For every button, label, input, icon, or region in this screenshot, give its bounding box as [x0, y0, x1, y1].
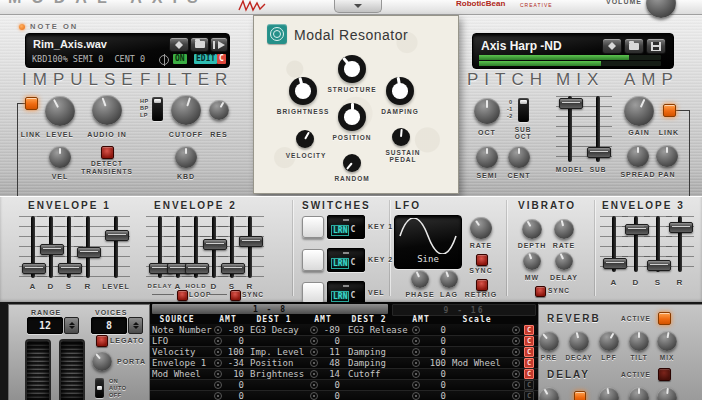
- row-amt1[interactable]: 0: [224, 391, 244, 400]
- sample-clear-button[interactable]: C: [217, 54, 226, 64]
- random-knob[interactable]: [343, 154, 361, 172]
- key1-switch-button[interactable]: [302, 216, 324, 238]
- row-dest2[interactable]: Cutoff: [348, 369, 381, 379]
- dest2-dial-icon[interactable]: [412, 359, 420, 367]
- dest1-dial-icon[interactable]: [310, 370, 318, 378]
- reverb-decay-knob[interactable]: [569, 331, 589, 351]
- reverb-active-button[interactable]: [658, 312, 671, 325]
- sustain-pedal-knob[interactable]: [392, 128, 410, 146]
- row-dest2[interactable]: Damping: [348, 358, 386, 368]
- row-amt2[interactable]: 0: [320, 391, 340, 400]
- dest1-dial-icon[interactable]: [310, 337, 318, 345]
- impulse-vel-knob[interactable]: [49, 146, 71, 168]
- row-dest2[interactable]: EG3 Release: [348, 325, 408, 335]
- env3-release-fader[interactable]: [666, 216, 694, 272]
- scale-dial-icon[interactable]: [512, 392, 520, 400]
- source-dial-icon[interactable]: [214, 337, 222, 345]
- row-clear-button[interactable]: C: [524, 391, 534, 400]
- vibrato-mw-knob[interactable]: [523, 252, 541, 270]
- reverb-pre-knob[interactable]: [539, 331, 559, 351]
- dest1-dial-icon[interactable]: [310, 359, 318, 367]
- row-amt1[interactable]: -89: [224, 325, 244, 335]
- row-source[interactable]: LFO: [152, 336, 168, 346]
- preset-stepper-button[interactable]: [602, 38, 622, 54]
- vel-switch-button[interactable]: [302, 282, 324, 304]
- matrix-tab-1-8[interactable]: 1 - 8: [152, 304, 388, 314]
- cutoff-knob[interactable]: [171, 95, 201, 125]
- row-clear-button[interactable]: C: [524, 347, 534, 357]
- preset-save-button[interactable]: [646, 38, 666, 54]
- sample-on-toggle[interactable]: ON: [173, 54, 187, 64]
- vibrato-delay-knob[interactable]: [555, 252, 573, 270]
- row-dest1[interactable]: Position: [250, 358, 293, 368]
- gain-knob[interactable]: [624, 96, 654, 126]
- vibrato-depth-knob[interactable]: [522, 219, 542, 239]
- lfo-retrig-button[interactable]: [476, 279, 488, 291]
- range-value[interactable]: 12: [27, 317, 63, 334]
- key2-learn-button[interactable]: LRN: [331, 258, 349, 269]
- vel-learn-button[interactable]: LRN: [331, 291, 349, 302]
- row-clear-button[interactable]: C: [524, 358, 534, 368]
- delay-knob-2[interactable]: [599, 387, 619, 400]
- row-source[interactable]: Envelope 1: [152, 358, 206, 368]
- porta-knob[interactable]: [92, 351, 112, 371]
- row-amt1[interactable]: -34: [224, 358, 244, 368]
- env2-release-fader[interactable]: [236, 216, 264, 278]
- dest2-dial-icon[interactable]: [412, 326, 420, 334]
- row-clear-button[interactable]: C: [524, 325, 534, 335]
- res-knob[interactable]: [209, 100, 229, 120]
- scale-dial-icon[interactable]: [512, 326, 520, 334]
- sample-browse-button[interactable]: [190, 37, 209, 52]
- vel-clear-button[interactable]: C: [350, 291, 355, 302]
- dest1-dial-icon[interactable]: [310, 326, 318, 334]
- dest2-dial-icon[interactable]: [412, 337, 420, 345]
- scale-dial-icon[interactable]: [512, 359, 520, 367]
- sample-edit-button[interactable]: EDIT: [194, 54, 217, 64]
- semi-knob[interactable]: [476, 146, 498, 168]
- dest2-dial-icon[interactable]: [412, 392, 420, 400]
- pitch-bend-wheel[interactable]: [25, 339, 51, 400]
- row-dest2[interactable]: Damping: [348, 347, 386, 357]
- loop-phase-icon[interactable]: [159, 55, 169, 65]
- filter-kbd-knob[interactable]: [175, 146, 197, 168]
- amp-link-button[interactable]: [663, 104, 676, 117]
- row-amt3[interactable]: 0: [422, 347, 446, 357]
- row-clear-button[interactable]: C: [524, 369, 534, 379]
- row-amt1[interactable]: 100: [224, 347, 244, 357]
- vibrato-sync-button[interactable]: [535, 286, 546, 297]
- collapse-panel-button[interactable]: [334, 0, 382, 13]
- impulse-link-button[interactable]: [25, 97, 38, 110]
- row-amt2[interactable]: 0: [320, 380, 340, 390]
- row-amt2[interactable]: 11: [320, 347, 340, 357]
- row-amt3[interactable]: 0: [422, 336, 446, 346]
- resonator-velocity-knob[interactable]: [296, 130, 314, 148]
- delay-knob-3[interactable]: [629, 387, 649, 400]
- row-source[interactable]: Mod Wheel: [152, 369, 201, 379]
- oct-knob[interactable]: [474, 98, 500, 124]
- suboct-switch[interactable]: [518, 98, 529, 122]
- source-dial-icon[interactable]: [214, 392, 222, 400]
- vibrato-rate-knob[interactable]: [554, 219, 574, 239]
- row-amt1[interactable]: 0: [224, 380, 244, 390]
- row-amt3[interactable]: 0: [422, 369, 446, 379]
- position-knob[interactable]: [338, 103, 366, 131]
- row-amt1[interactable]: 10: [224, 369, 244, 379]
- dest1-dial-icon[interactable]: [310, 392, 318, 400]
- row-amt3[interactable]: 0: [422, 380, 446, 390]
- scale-dial-icon[interactable]: [512, 348, 520, 356]
- row-dest1[interactable]: Imp. Level: [250, 347, 304, 357]
- row-amt3[interactable]: 0: [422, 391, 446, 400]
- reverb-lpf-knob[interactable]: [599, 331, 619, 351]
- model-fader[interactable]: [556, 96, 584, 162]
- source-dial-icon[interactable]: [214, 359, 222, 367]
- source-dial-icon[interactable]: [214, 381, 222, 389]
- source-dial-icon[interactable]: [214, 326, 222, 334]
- dest1-dial-icon[interactable]: [310, 348, 318, 356]
- delay-knob-4[interactable]: [657, 387, 677, 400]
- scale-dial-icon[interactable]: [512, 370, 520, 378]
- structure-knob[interactable]: [338, 55, 366, 83]
- pan-knob[interactable]: [656, 145, 678, 167]
- row-clear-button[interactable]: C: [524, 336, 534, 346]
- lfo-rate-knob[interactable]: [470, 217, 492, 239]
- reverb-mix-knob[interactable]: [657, 331, 677, 351]
